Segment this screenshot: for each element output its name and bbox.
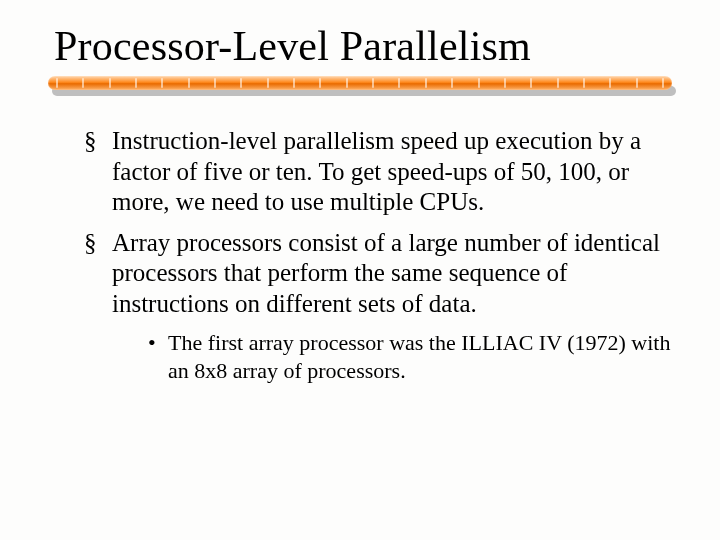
- sub-bullet-text: The first array processor was the ILLIAC…: [168, 330, 670, 383]
- bullet-list: Instruction-level parallelism speed up e…: [84, 126, 672, 384]
- bullet-item: Array processors consist of a large numb…: [84, 228, 672, 385]
- bullet-text: Instruction-level parallelism speed up e…: [112, 127, 641, 215]
- bullet-text: Array processors consist of a large numb…: [112, 229, 660, 317]
- sub-bullet-list: The first array processor was the ILLIAC…: [148, 329, 672, 384]
- title-divider: [48, 76, 672, 98]
- slide: Processor-Level Parallelism Instruction-…: [0, 0, 720, 540]
- sub-bullet-item: The first array processor was the ILLIAC…: [148, 329, 672, 384]
- slide-title: Processor-Level Parallelism: [54, 22, 672, 70]
- bullet-item: Instruction-level parallelism speed up e…: [84, 126, 672, 218]
